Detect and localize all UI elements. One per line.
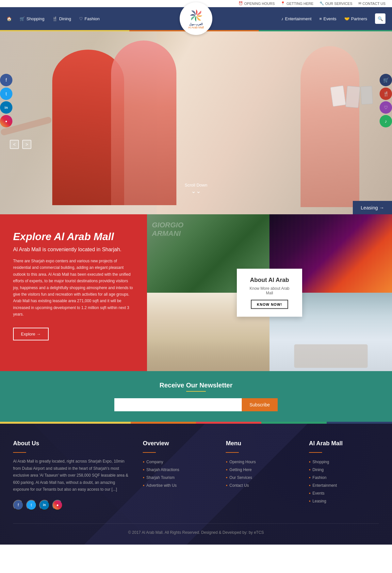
partners-icon: 🤝 bbox=[344, 16, 350, 21]
footer-al-arab-dining[interactable]: Dining bbox=[309, 466, 379, 474]
footer-about-text: Al Arab Mall is greatly located, right a… bbox=[13, 458, 130, 493]
nav-fashion[interactable]: ♡ Fashion bbox=[79, 16, 100, 21]
nav-shopping[interactable]: 🛒 Shopping bbox=[20, 16, 44, 21]
fashion-icon: ♡ bbox=[79, 16, 83, 21]
svg-point-0 bbox=[195, 14, 197, 16]
chevron-right-icon: > bbox=[25, 142, 28, 147]
logo-text-english: Al Arab Mall bbox=[188, 26, 204, 29]
linkedin-icon: in bbox=[5, 106, 8, 109]
logo-pinwheel bbox=[189, 8, 204, 23]
main-nav: 🏠 🛒 Shopping 🍴 Dining ♡ Fashion العرب مو bbox=[0, 7, 392, 30]
twitter-icon: t bbox=[6, 91, 7, 96]
cart-icon: 🛒 bbox=[383, 77, 389, 83]
footer-menu-title: Menu bbox=[226, 440, 296, 447]
nav-events[interactable]: ≡ Events bbox=[319, 16, 336, 21]
footer-menu-getting-here[interactable]: Getting Here bbox=[226, 466, 296, 474]
nav-dining[interactable]: 🍴 Dining bbox=[52, 16, 71, 21]
hero-prev-button[interactable]: < bbox=[10, 140, 19, 149]
search-button[interactable]: 🔍 bbox=[375, 13, 385, 24]
footer-overview: Overview Company Sharjah Attractions Sha… bbox=[143, 440, 213, 510]
social-sidebar-left: f t in ● bbox=[0, 74, 12, 127]
footer-instagram-button[interactable]: ● bbox=[52, 500, 63, 510]
footer-grid: About Us Al Arab Mall is greatly located… bbox=[13, 440, 379, 510]
footer-al-arab-events[interactable]: Events bbox=[309, 489, 379, 497]
facebook-button[interactable]: f bbox=[0, 74, 12, 86]
footer-linkedin-button[interactable]: in bbox=[39, 500, 50, 510]
linkedin-button[interactable]: in bbox=[0, 101, 12, 114]
instagram-icon: ● bbox=[5, 119, 8, 123]
newsletter-section: Receive Our Newsletter Subscribe bbox=[0, 371, 392, 422]
chevron-left-icon: < bbox=[13, 142, 16, 147]
dining-icon: 🍴 bbox=[52, 16, 57, 21]
footer-overview-tourism[interactable]: Sharjah Tourism bbox=[143, 474, 213, 482]
explore-subtitle: Al Arab Mall is conveniently located in … bbox=[13, 247, 134, 253]
twitter-button[interactable]: t bbox=[0, 88, 12, 100]
know-now-button[interactable]: KNOW NOW! bbox=[251, 300, 288, 309]
logo[interactable]: العرب مول Al Arab Mall bbox=[180, 2, 212, 35]
topbar-our-services[interactable]: 🔧 OUR SERVICES bbox=[319, 1, 352, 6]
footer-overview-title: Overview bbox=[143, 440, 213, 447]
hero-section: f t in ● 🛒 🍴 ♡ ♪ < > bbox=[0, 31, 392, 214]
footer-twitter-button[interactable]: t bbox=[26, 500, 37, 510]
footer-menu-underline bbox=[226, 452, 239, 453]
sidebar-shopping-button[interactable]: 🛒 bbox=[380, 74, 392, 86]
footer-menu-contact-us[interactable]: Contact Us bbox=[226, 482, 296, 489]
footer-al-arab-list: Shopping Dining Fashion Entertainment Ev… bbox=[309, 458, 379, 505]
footer-overview-advertise[interactable]: Advertise with Us bbox=[143, 482, 213, 489]
nav-entertainment[interactable]: ♪ Entertainment bbox=[281, 16, 311, 21]
scroll-down-indicator[interactable]: Scroll Down ⌄⌄ bbox=[185, 183, 207, 195]
footer-copyright: © 2017 Al Arab Mall. All Rights Reserved… bbox=[128, 530, 264, 535]
about-overlay-title: About Al Arab bbox=[246, 277, 293, 284]
contact-icon: ✉ bbox=[358, 1, 361, 6]
scroll-down-icon: ⌄⌄ bbox=[185, 188, 207, 195]
shopping-icon: 🛒 bbox=[20, 16, 25, 21]
topbar-getting-here[interactable]: 📍 GETTING HERE bbox=[281, 1, 314, 6]
footer-bottom: © 2017 Al Arab Mall. All Rights Reserved… bbox=[13, 523, 379, 535]
footer-overview-attractions[interactable]: Sharjah Attractions bbox=[143, 466, 213, 474]
topbar-opening-hours[interactable]: ⏰ OPENING HOURS bbox=[238, 1, 275, 6]
newsletter-form: Subscribe bbox=[114, 398, 278, 411]
newsletter-title: Receive Our Newsletter bbox=[7, 382, 385, 389]
sidebar-entertainment-button[interactable]: ♪ bbox=[380, 115, 392, 127]
instagram-button[interactable]: ● bbox=[0, 115, 12, 127]
clock-icon: ⏰ bbox=[238, 1, 243, 6]
footer-al-arab-mall: Al Arab Mall Shopping Dining Fashion Ent… bbox=[309, 440, 379, 510]
footer-about-title: About Us bbox=[13, 440, 130, 447]
nav-icons-sidebar-right: 🛒 🍴 ♡ ♪ bbox=[380, 74, 392, 127]
nav-partners[interactable]: 🤝 Partners bbox=[344, 16, 367, 21]
fork-icon: 🍴 bbox=[383, 91, 389, 96]
newsletter-email-input[interactable] bbox=[114, 398, 242, 411]
newsletter-subscribe-button[interactable]: Subscribe bbox=[242, 398, 278, 411]
explore-title: Explore Al Arab Mall bbox=[13, 231, 134, 243]
footer-al-arab-leasing[interactable]: Leasing bbox=[309, 497, 379, 505]
footer-menu-our-services[interactable]: Our Services bbox=[226, 474, 296, 482]
logo-text-arabic: العرب مول bbox=[189, 23, 203, 26]
explore-right-panel: GIORGIOARMANI About Al Arab Know More ab… bbox=[147, 214, 392, 371]
footer-menu: Menu Opening Hours Getting Here Our Serv… bbox=[226, 440, 296, 510]
footer-about-underline bbox=[13, 452, 26, 453]
footer-menu-opening-hours[interactable]: Opening Hours bbox=[226, 458, 296, 466]
footer-facebook-button[interactable]: f bbox=[13, 500, 24, 510]
sidebar-dining-button[interactable]: 🍴 bbox=[380, 88, 392, 100]
footer-overview-company[interactable]: Company bbox=[143, 458, 213, 466]
about-overlay: About Al Arab Know More about Arab Mall … bbox=[237, 269, 302, 317]
music-icon: ♪ bbox=[385, 119, 387, 124]
hero-navigation: < > bbox=[10, 140, 31, 149]
entertainment-icon: ♪ bbox=[281, 16, 284, 21]
sidebar-fashion-button[interactable]: ♡ bbox=[380, 101, 392, 114]
explore-button[interactable]: Explore → bbox=[13, 328, 49, 340]
facebook-icon: f bbox=[6, 77, 7, 83]
leasing-button[interactable]: Leasing → bbox=[353, 201, 392, 214]
explore-content: Explore Al Arab Mall Al Arab Mall is con… bbox=[13, 231, 134, 340]
nav-left: 🏠 🛒 Shopping 🍴 Dining ♡ Fashion bbox=[7, 16, 196, 21]
nav-right: ♪ Entertainment ≡ Events 🤝 Partners 🔍 bbox=[196, 13, 385, 24]
explore-description: There are Sharjah expo centers and vario… bbox=[13, 258, 134, 318]
footer-al-arab-shopping[interactable]: Shopping bbox=[309, 458, 379, 466]
nav-home[interactable]: 🏠 bbox=[7, 16, 12, 21]
footer-al-arab-entertainment[interactable]: Entertainment bbox=[309, 482, 379, 489]
location-icon: 📍 bbox=[281, 1, 285, 6]
hero-next-button[interactable]: > bbox=[22, 140, 31, 149]
topbar-contact-us[interactable]: ✉ CONTACT US bbox=[358, 1, 386, 6]
about-overlay-subtitle: Know More about Arab Mall bbox=[246, 286, 293, 295]
footer-al-arab-fashion[interactable]: Fashion bbox=[309, 474, 379, 482]
